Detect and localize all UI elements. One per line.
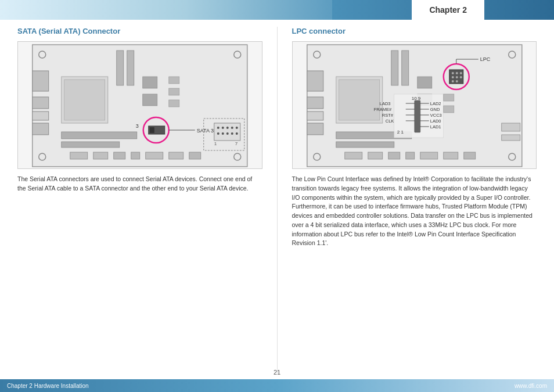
svg-rect-46	[189, 152, 201, 159]
sata-section: SATA (Serial ATA) Connector	[17, 27, 262, 373]
svg-rect-106	[443, 152, 458, 159]
main-content: SATA (Serial ATA) Connector	[0, 20, 554, 379]
page-number: 21	[274, 369, 280, 376]
sata-title: SATA (Serial ATA) Connector	[17, 27, 262, 35]
svg-text:RST#: RST#	[382, 113, 393, 118]
svg-point-68	[459, 72, 462, 74]
chapter-label: Chapter 2	[429, 5, 467, 15]
sata-description: The Serial ATA connectors are used to co…	[17, 175, 262, 193]
svg-rect-57	[339, 80, 379, 120]
svg-text:2  1: 2 1	[397, 130, 404, 135]
svg-point-70	[455, 76, 458, 78]
svg-rect-102	[368, 152, 382, 159]
sata-diagram: SATA 3.0 1 7	[17, 41, 262, 169]
svg-rect-39	[169, 100, 179, 107]
svg-point-28	[217, 132, 220, 135]
svg-rect-100	[443, 106, 454, 113]
svg-rect-44	[146, 152, 163, 159]
svg-rect-61	[336, 142, 394, 148]
svg-rect-13	[62, 132, 137, 139]
svg-text:LAD2: LAD2	[430, 101, 441, 106]
svg-rect-101	[344, 152, 362, 159]
svg-text:LPC: LPC	[480, 56, 490, 62]
svg-point-29	[222, 132, 224, 135]
svg-rect-103	[388, 152, 400, 159]
svg-rect-37	[169, 77, 179, 84]
svg-rect-59	[401, 51, 408, 85]
svg-point-30	[226, 132, 229, 135]
svg-rect-62	[417, 77, 431, 88]
svg-rect-11	[117, 51, 124, 85]
svg-rect-40	[70, 152, 88, 159]
svg-text:LAD1: LAD1	[430, 124, 441, 130]
svg-text:FRAME#: FRAME#	[373, 107, 391, 112]
svg-rect-8	[33, 123, 49, 135]
svg-text:CLK: CLK	[385, 118, 394, 124]
svg-rect-42	[114, 152, 125, 159]
svg-rect-52	[307, 71, 323, 91]
svg-rect-53	[307, 97, 323, 109]
svg-rect-45	[169, 152, 184, 159]
svg-text:7: 7	[235, 141, 238, 146]
svg-text:VCC3: VCC3	[430, 113, 441, 118]
svg-text:LAD0: LAD0	[430, 118, 441, 124]
svg-point-69	[451, 76, 454, 78]
chapter-tab: Chapter 2	[412, 0, 484, 20]
svg-rect-109	[501, 135, 520, 141]
svg-point-23	[217, 127, 220, 129]
svg-rect-108	[501, 123, 520, 131]
svg-rect-107	[463, 152, 475, 159]
lpc-description: The Low Pin Count Interface was defined …	[292, 175, 537, 248]
svg-point-27	[236, 127, 238, 129]
svg-point-67	[455, 72, 458, 74]
svg-rect-58	[391, 51, 398, 85]
lpc-section: LPC connector	[292, 27, 537, 373]
svg-rect-105	[420, 152, 437, 159]
svg-point-73	[455, 80, 458, 82]
svg-rect-38	[169, 88, 179, 95]
svg-rect-15	[143, 77, 157, 88]
svg-point-66	[451, 72, 454, 74]
svg-rect-5	[33, 71, 49, 91]
sata-svg: SATA 3.0 1 7	[18, 42, 262, 169]
svg-point-24	[222, 127, 224, 129]
svg-rect-54	[307, 112, 323, 120]
svg-point-32	[236, 132, 238, 135]
svg-rect-99	[443, 94, 454, 101]
svg-text:LAD3: LAD3	[379, 101, 390, 106]
svg-rect-104	[405, 152, 414, 159]
svg-point-25	[226, 127, 229, 129]
svg-text:GND: GND	[430, 107, 440, 112]
footer-left: Chapter 2 Hardware Installation	[7, 383, 89, 389]
svg-rect-55	[307, 123, 323, 135]
svg-point-72	[451, 80, 454, 82]
svg-text:10  9: 10 9	[411, 96, 420, 101]
svg-point-31	[231, 132, 233, 135]
lpc-svg: LPC 10 9 LAD2 GND VCC3 LAD0	[293, 42, 537, 169]
svg-rect-22	[214, 123, 240, 141]
svg-point-71	[459, 76, 462, 78]
svg-rect-12	[127, 51, 134, 85]
svg-rect-41	[93, 152, 108, 159]
svg-rect-43	[131, 152, 140, 159]
svg-text:1: 1	[214, 141, 217, 146]
header: Chapter 2	[0, 0, 554, 20]
svg-rect-6	[33, 97, 49, 109]
footer: Chapter 2 Hardware Installation www.dfi.…	[0, 379, 554, 392]
lpc-title: LPC connector	[292, 27, 537, 35]
svg-rect-19	[150, 127, 154, 133]
svg-rect-16	[143, 94, 157, 106]
svg-rect-10	[64, 80, 105, 120]
svg-rect-98	[414, 100, 420, 132]
svg-rect-7	[33, 112, 49, 120]
lpc-diagram: LPC 10 9 LAD2 GND VCC3 LAD0	[292, 41, 537, 169]
svg-text:3: 3	[136, 123, 139, 129]
svg-point-26	[231, 127, 233, 129]
svg-rect-14	[62, 142, 120, 148]
panel-divider	[277, 27, 278, 373]
footer-right: www.dfi.com	[515, 383, 547, 389]
